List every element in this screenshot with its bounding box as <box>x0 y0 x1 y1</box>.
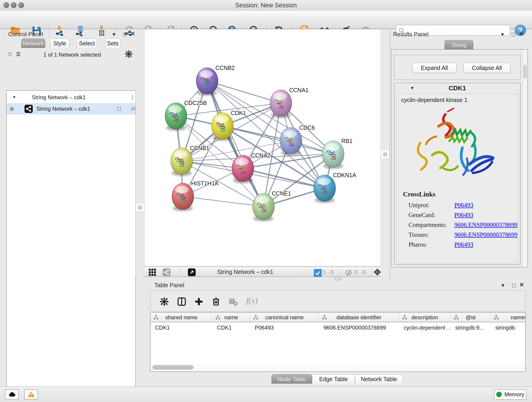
table-cell[interactable]: CDK1 <box>151 323 212 333</box>
network-edge[interactable] <box>222 126 333 154</box>
create-column-icon[interactable] <box>194 297 204 307</box>
network-options-gear-icon[interactable] <box>125 50 133 58</box>
tab-edge-table[interactable]: Edge Table <box>312 374 355 384</box>
network-node[interactable]: CDKN1A <box>314 172 356 203</box>
network-node[interactable]: RB1 <box>322 138 353 169</box>
panel-float-icon[interactable]: □ <box>510 31 517 38</box>
column-header-shared-name[interactable]: shared name <box>151 313 212 322</box>
table-cell[interactable]: stringdb:9... <box>451 323 491 333</box>
network-node[interactable]: CDK1 <box>211 110 246 141</box>
crosslink-link[interactable]: P06493 <box>454 241 473 248</box>
panel-float-icon[interactable]: □ <box>510 282 518 288</box>
table-cell[interactable]: stringdb <box>491 323 526 333</box>
string-network-icon <box>25 105 33 113</box>
crosslink-row: Compartments:9606.ENSP00000378699 <box>397 220 518 230</box>
column-header--id[interactable]: @id <box>451 313 491 322</box>
bottom-splitter-handle[interactable] <box>335 277 341 281</box>
tree-collapse-icon[interactable]: ▾ <box>13 94 15 100</box>
crosshair-icon[interactable] <box>374 268 381 276</box>
network-node[interactable]: CCNA1 <box>270 87 309 118</box>
network-collection-count: 1 <box>131 94 134 101</box>
delete-table-icon[interactable] <box>228 297 239 307</box>
memory-button[interactable]: Memory <box>494 389 526 400</box>
expand-all-networks-icon[interactable] <box>15 51 22 57</box>
crosslinks-heading: CrossLinks <box>397 189 518 200</box>
table-panel: Table Panel ▾ □ ✕ f(x) shared namenameca… <box>144 281 532 386</box>
grid-view-icon[interactable] <box>148 268 156 276</box>
cloud-icon[interactable] <box>5 389 19 400</box>
tab-network-table[interactable]: Network Table <box>355 374 403 384</box>
crosslinks-section: CrossLinks Uniprot:P06493GeneCard:P06493… <box>397 189 518 249</box>
network-birds-eye-icon[interactable] <box>163 268 171 276</box>
tab-select[interactable]: Select <box>77 38 97 48</box>
protein-description: cyclin-dependent kinase 1 <box>397 94 518 103</box>
crosslink-label: Compartments: <box>409 221 454 229</box>
show-columns-icon[interactable] <box>177 297 187 307</box>
control-panel-title: Control Panel <box>8 31 43 38</box>
crosslink-link[interactable]: 9606.ENSP00000378699 <box>454 231 517 238</box>
network-collection-row[interactable]: ▾ String Network – cdk1 1 <box>7 92 135 103</box>
column-header-name[interactable]: name <box>212 313 250 322</box>
tab-style[interactable]: Style <box>50 38 69 48</box>
network-node[interactable]: CCNB2 <box>196 65 235 96</box>
column-header-canonical-name[interactable]: canonical name <box>250 313 319 322</box>
node-label: RB1 <box>341 138 353 144</box>
warning-icon[interactable] <box>24 389 38 400</box>
network-edge[interactable] <box>183 196 264 206</box>
hidden-eye-icon[interactable] <box>345 269 352 277</box>
panel-close-icon[interactable]: ✕ <box>518 281 526 288</box>
network-row-selected[interactable]: String Network – cdk1 11 48 <box>7 103 135 115</box>
tab-node-table[interactable]: Node Table <box>272 374 312 384</box>
collapse-all-networks-icon[interactable] <box>7 51 13 57</box>
network-canvas[interactable]: CCNB2CCNA1CDC25BCDK1CDC6RB1CCNB1CCNA2CDK… <box>144 29 381 266</box>
tab-network[interactable]: Network <box>21 38 45 48</box>
results-scrollbar[interactable] <box>522 50 527 267</box>
network-graph[interactable]: CCNB2CCNA1CDC25BCDK1CDC6RB1CCNB1CCNA2CDK… <box>145 29 380 266</box>
table-header-row: shared namenamecanonical namedatabase id… <box>151 313 526 322</box>
memory-label: Memory <box>505 391 525 398</box>
selected-checkbox-icon[interactable] <box>314 269 320 277</box>
panel-close-icon[interactable]: ✕ <box>517 31 525 37</box>
network-edge[interactable] <box>207 81 264 206</box>
table-cell[interactable]: P06493 <box>250 323 319 333</box>
panel-float-icon[interactable]: □ <box>121 31 129 38</box>
toolbar-separator <box>180 268 180 276</box>
export-view-icon[interactable] <box>188 268 196 276</box>
network-edge[interactable] <box>207 81 281 103</box>
crosslink-link[interactable]: 9606.ENSP00000378699 <box>454 221 517 228</box>
table-cell[interactable]: CDK1 <box>212 323 250 333</box>
panel-dropdown-icon[interactable]: ▾ <box>499 31 506 38</box>
node-label: CCNB2 <box>215 65 235 71</box>
expand-all-button[interactable]: Expand All <box>412 63 457 73</box>
delete-column-icon[interactable] <box>211 297 221 307</box>
panel-dropdown-icon[interactable]: ▾ <box>110 31 118 38</box>
table-cell[interactable]: 9606.ENSP00000378699 <box>319 323 399 333</box>
results-buttons-box: Expand All Collapse All <box>394 55 520 80</box>
panel-dropdown-icon[interactable]: ▾ <box>499 282 507 288</box>
network-node[interactable]: CCNE1 <box>253 190 291 221</box>
right-splitter[interactable] <box>381 29 389 277</box>
left-splitter[interactable] <box>136 29 144 277</box>
function-builder-icon[interactable]: f(x) <box>246 296 258 305</box>
table-options-gear-icon[interactable] <box>159 297 169 307</box>
protein-name: CDK1 <box>394 85 520 92</box>
collapse-all-button[interactable]: Collapse All <box>463 63 510 73</box>
crosslink-row: Tissues:9606.ENSP00000378699 <box>397 230 518 240</box>
column-header-database-identifier[interactable]: database identifier <box>319 313 399 322</box>
tab-string[interactable]: String <box>444 40 473 50</box>
network-selection-status: 1 of 1 Network selected <box>34 51 110 58</box>
results-content-box: Expand All Collapse All ▾ CDK1 cyclin-de… <box>391 49 528 268</box>
crosslink-link[interactable]: P06493 <box>454 211 473 218</box>
network-collection-label: String Network – cdk1 <box>32 94 86 101</box>
memory-status-dot <box>496 392 502 397</box>
table-horizontal-scrollbar[interactable] <box>152 364 525 370</box>
panel-close-icon[interactable]: ✕ <box>129 31 137 37</box>
column-header-description[interactable]: description <box>399 313 451 322</box>
network-node-count: 11 <box>116 106 122 112</box>
table-cell[interactable]: cyclin-dependent ... <box>399 323 451 333</box>
tab-sets[interactable]: Sets <box>105 38 120 48</box>
crosslink-link[interactable]: P06493 <box>454 202 473 209</box>
network-view-dot-icon <box>10 107 14 111</box>
network-node[interactable]: HIST1H1A <box>172 180 219 211</box>
column-header-namespace[interactable]: namespace <box>491 313 526 322</box>
